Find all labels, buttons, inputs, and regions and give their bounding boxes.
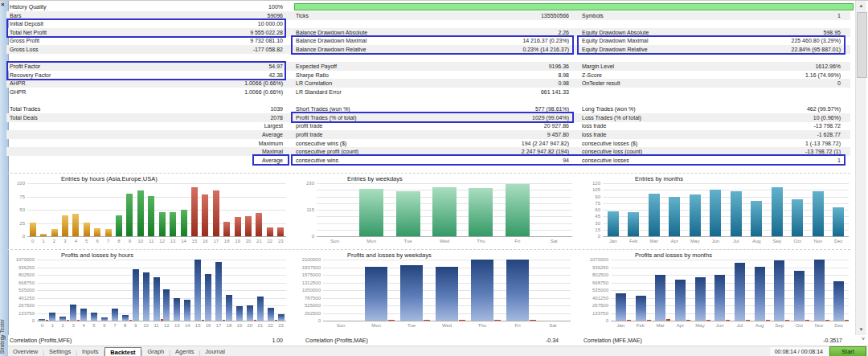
tab-graph[interactable]: Graph xyxy=(142,347,169,356)
loss-bar xyxy=(388,320,395,321)
stat-value: 462 (99.57%) xyxy=(712,104,841,113)
x-axis-tick: Dec xyxy=(829,239,850,243)
tab-agents[interactable]: Agents xyxy=(170,347,199,356)
stat-value: Largest xyxy=(154,121,283,130)
stat-value: 1 xyxy=(712,11,841,20)
stat-label: Equity Drawdown Absolute xyxy=(582,28,649,37)
x-axis-tick: 11 xyxy=(146,239,157,243)
chevron-down-icon[interactable]: ˅ xyxy=(862,336,865,342)
vertical-scrollbar[interactable]: ▲ ▼ xyxy=(855,1,866,335)
loss-bar xyxy=(494,320,501,321)
stat-value: 20 927.86 xyxy=(440,121,569,130)
x-axis-tick: Thu xyxy=(463,239,499,243)
loss-bar xyxy=(825,320,829,321)
stat-label: AHPR xyxy=(10,79,25,88)
bar xyxy=(755,267,765,321)
stat-label: Total Net Profit xyxy=(10,28,47,37)
bar xyxy=(616,293,626,321)
stat-value: 9 457.80 xyxy=(440,130,569,139)
x-axis-tick: 2 xyxy=(49,239,59,243)
tab-overview[interactable]: Overview xyxy=(8,347,43,356)
tester-tab-bar: Overview|Settings|Inputs|Backtest|Graph|… xyxy=(8,346,868,356)
bar xyxy=(226,295,232,321)
bar xyxy=(205,274,211,321)
chart: Profits and losses by months107000093625… xyxy=(583,252,849,330)
x-axis-tick: Sat xyxy=(535,323,571,328)
stat-label: consecutive losses xyxy=(582,156,629,165)
section-divider xyxy=(6,249,850,250)
gridline xyxy=(611,313,849,314)
correlation-label: Correlation (Profits,MFE) xyxy=(10,335,72,346)
bar xyxy=(72,214,79,236)
stat-value: 1029 (99.04%) xyxy=(440,113,569,122)
loss-bar xyxy=(129,320,132,321)
x-axis-tick: May xyxy=(690,323,710,328)
stat-label: loss trade xyxy=(582,130,606,139)
chart-title: Entries by weekdays xyxy=(347,175,403,182)
bar xyxy=(70,305,76,321)
tab-backtest[interactable]: Backtest xyxy=(104,347,141,356)
start-button[interactable]: Start xyxy=(829,346,866,356)
correlation-profits-mae: Correlation (Profits,MAE) -0.34 xyxy=(305,335,559,346)
stat-value: 1612.96% xyxy=(712,62,841,71)
gridline xyxy=(37,298,286,299)
bar xyxy=(710,190,721,236)
chart-title: Profits and losses by months xyxy=(635,252,712,259)
bar xyxy=(256,213,262,236)
stat-value: 9 732 081.10 xyxy=(154,36,283,45)
plot-area xyxy=(603,183,849,237)
correlation-value: -0.3517 xyxy=(823,335,842,346)
tab-journal[interactable]: Journal xyxy=(200,347,230,356)
chart-title: Entries by hours (Asia,Europe,USA) xyxy=(61,175,158,182)
x-axis-tick: 4 xyxy=(71,239,81,243)
bar xyxy=(365,267,387,321)
y-axis-tick: 668750 xyxy=(583,280,608,285)
bar xyxy=(51,229,58,236)
elapsed-time: 00:08:14 / 00:08:14 xyxy=(770,347,828,356)
stat-value: 22.84% (95 887.01) xyxy=(712,45,841,54)
bar xyxy=(223,222,230,236)
gridline xyxy=(611,298,849,299)
y-axis-tick: 0 xyxy=(583,234,600,239)
bar xyxy=(215,262,222,321)
tab-settings[interactable]: Settings xyxy=(44,347,76,356)
x-axis-tick: Jul xyxy=(730,323,750,328)
y-axis-tick: 100 xyxy=(10,181,25,186)
stat-label: Equity Drawdown Maximal xyxy=(582,36,648,45)
x-axis-tick: 4 xyxy=(79,323,89,328)
stat-value: 194 (2 247 947.82) xyxy=(440,139,569,148)
scrollbar-thumb[interactable] xyxy=(857,12,867,78)
tab-inputs[interactable]: Inputs xyxy=(77,347,103,356)
bar xyxy=(80,309,87,321)
x-axis-tick: Jan xyxy=(611,323,631,328)
y-axis-tick: 75 xyxy=(10,194,25,199)
x-axis-tick: Fri xyxy=(499,239,535,243)
bar xyxy=(774,260,784,321)
bar xyxy=(675,280,686,321)
loss-bar xyxy=(46,320,48,321)
gridline xyxy=(317,183,572,184)
stat-value: 0.23% (14 216.37) xyxy=(440,45,569,54)
y-axis-tick: 15 xyxy=(583,227,600,232)
bar xyxy=(506,184,530,236)
section-divider xyxy=(6,173,850,174)
bar xyxy=(432,187,457,236)
loss-bar xyxy=(161,319,163,321)
stat-label: Bars xyxy=(10,11,21,20)
stat-row xyxy=(6,164,850,173)
y-axis-tick: 787500 xyxy=(296,296,321,301)
x-axis-tick: Sep xyxy=(767,239,788,243)
bar xyxy=(278,314,285,321)
stat-row xyxy=(6,88,850,96)
stat-value: 9196.36 xyxy=(440,62,569,71)
stat-value: 9 555 022.28 xyxy=(154,28,283,37)
x-axis-tick: 2 xyxy=(58,323,68,328)
bar xyxy=(30,223,36,236)
x-axis-tick: Feb xyxy=(624,239,645,243)
x-axis-tick: 5 xyxy=(89,323,100,328)
stat-value: 94 xyxy=(440,156,569,165)
scroll-up-icon[interactable]: ▲ xyxy=(856,1,866,11)
stat-label: Initial Deposit xyxy=(10,19,43,28)
y-axis-tick: 936250 xyxy=(583,265,608,270)
scroll-down-icon[interactable]: ▼ xyxy=(856,325,866,335)
